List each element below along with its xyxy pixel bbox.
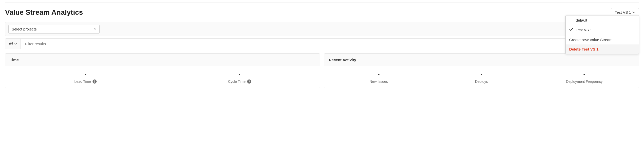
metric-label-text: Deployment Frequency xyxy=(566,79,603,84)
dropdown-item-label: Delete Test VS 1 xyxy=(569,47,599,51)
dropdown-item-label: Test VS 1 xyxy=(576,28,592,32)
metric-cycle-time: - Cycle Time ? xyxy=(163,71,317,84)
check-icon xyxy=(569,27,573,32)
select-projects-label: Select projects xyxy=(12,27,37,31)
metric-label-text: New Issues xyxy=(369,79,388,84)
metric-value: - xyxy=(583,71,585,77)
metric-new-issues: - New Issues xyxy=(327,71,430,84)
metric-label-text: Lead Time xyxy=(74,79,91,84)
value-stream-dropdown-menu: default Test VS 1 Create new Value Strea… xyxy=(565,15,639,54)
dropdown-item-test-vs-1[interactable]: Test VS 1 xyxy=(566,25,639,35)
dropdown-item-create[interactable]: Create new Value Stream xyxy=(566,35,639,44)
value-stream-dropdown-label: Test VS 1 xyxy=(615,10,631,14)
dropdown-item-label: default xyxy=(576,18,587,22)
chevron-down-icon xyxy=(94,27,96,31)
dropdown-item-default[interactable]: default xyxy=(566,15,639,25)
metric-label-text: Deploys xyxy=(475,79,488,84)
history-button[interactable] xyxy=(5,39,21,49)
help-icon[interactable]: ? xyxy=(247,79,251,84)
metric-label-text: Cycle Time xyxy=(228,79,245,84)
filter-row xyxy=(5,38,639,49)
time-card-header: Time xyxy=(5,54,320,66)
recent-activity-card: Recent Activity - New Issues - Deploys -… xyxy=(324,53,639,88)
metric-deploys: - Deploys xyxy=(430,71,533,84)
chevron-down-icon xyxy=(14,42,17,46)
recent-activity-card-header: Recent Activity xyxy=(324,54,639,66)
help-icon[interactable]: ? xyxy=(93,79,97,84)
metric-value: - xyxy=(239,71,240,77)
metric-value: - xyxy=(480,71,482,77)
select-projects-dropdown[interactable]: Select projects xyxy=(8,25,100,34)
metric-deployment-frequency: - Deployment Frequency xyxy=(533,71,636,84)
metric-value: - xyxy=(378,71,380,77)
history-icon xyxy=(9,41,13,46)
page-title: Value Stream Analytics xyxy=(5,8,83,17)
dropdown-item-delete[interactable]: Delete Test VS 1 xyxy=(566,44,639,54)
metric-value: - xyxy=(84,71,86,77)
dropdown-item-label: Create new Value Stream xyxy=(569,38,613,42)
time-card: Time - Lead Time ? - Cycle Time ? xyxy=(5,53,320,88)
chevron-down-icon xyxy=(633,11,635,14)
metric-lead-time: - Lead Time ? xyxy=(8,71,163,84)
filter-results-input[interactable] xyxy=(21,39,639,49)
filter-bar: Select projects From 2020-08-09 T xyxy=(5,22,639,36)
